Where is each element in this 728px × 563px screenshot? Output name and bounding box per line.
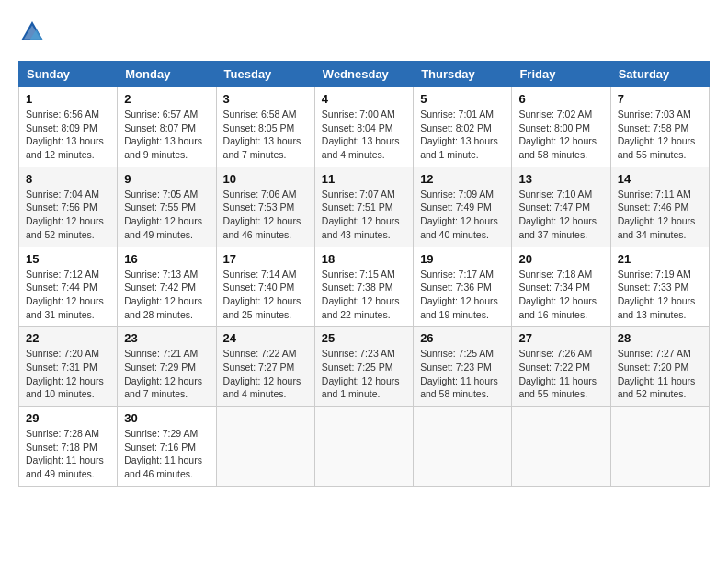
- day-info: Sunrise: 7:01 AM Sunset: 8:02 PM Dayligh…: [420, 108, 505, 162]
- empty-cell: [216, 407, 314, 487]
- day-info: Sunrise: 7:11 AM Sunset: 7:46 PM Dayligh…: [618, 188, 702, 242]
- day-number: 26: [420, 331, 505, 345]
- calendar-day-cell: 1Sunrise: 6:56 AM Sunset: 8:09 PM Daylig…: [19, 87, 118, 167]
- day-number: 21: [618, 252, 702, 266]
- col-header-saturday: Saturday: [610, 62, 709, 87]
- day-number: 13: [518, 172, 603, 186]
- empty-cell: [414, 407, 512, 487]
- day-info: Sunrise: 7:23 AM Sunset: 7:25 PM Dayligh…: [322, 347, 406, 401]
- day-number: 11: [322, 172, 406, 186]
- calendar-week-row: 8Sunrise: 7:04 AM Sunset: 7:56 PM Daylig…: [19, 167, 710, 247]
- calendar-day-cell: 16Sunrise: 7:13 AM Sunset: 7:42 PM Dayli…: [118, 247, 216, 327]
- empty-cell: [610, 407, 709, 487]
- calendar-week-row: 1Sunrise: 6:56 AM Sunset: 8:09 PM Daylig…: [19, 87, 710, 167]
- calendar-day-cell: 27Sunrise: 7:26 AM Sunset: 7:22 PM Dayli…: [512, 327, 610, 407]
- calendar-week-row: 15Sunrise: 7:12 AM Sunset: 7:44 PM Dayli…: [19, 247, 710, 327]
- day-info: Sunrise: 6:57 AM Sunset: 8:07 PM Dayligh…: [124, 108, 209, 162]
- calendar-day-cell: 6Sunrise: 7:02 AM Sunset: 8:00 PM Daylig…: [512, 87, 610, 167]
- calendar-day-cell: 21Sunrise: 7:19 AM Sunset: 7:33 PM Dayli…: [610, 247, 709, 327]
- calendar-day-cell: 26Sunrise: 7:25 AM Sunset: 7:23 PM Dayli…: [414, 327, 512, 407]
- calendar-day-cell: 17Sunrise: 7:14 AM Sunset: 7:40 PM Dayli…: [216, 247, 314, 327]
- day-number: 3: [223, 92, 308, 106]
- day-info: Sunrise: 7:10 AM Sunset: 7:47 PM Dayligh…: [518, 188, 603, 242]
- empty-cell: [314, 407, 413, 487]
- calendar-day-cell: 22Sunrise: 7:20 AM Sunset: 7:31 PM Dayli…: [19, 327, 118, 407]
- day-info: Sunrise: 7:21 AM Sunset: 7:29 PM Dayligh…: [124, 347, 209, 401]
- calendar-day-cell: 9Sunrise: 7:05 AM Sunset: 7:55 PM Daylig…: [118, 167, 216, 247]
- day-info: Sunrise: 7:07 AM Sunset: 7:51 PM Dayligh…: [322, 188, 406, 242]
- day-info: Sunrise: 7:28 AM Sunset: 7:18 PM Dayligh…: [26, 427, 110, 481]
- day-number: 5: [420, 92, 505, 106]
- calendar-day-cell: 7Sunrise: 7:03 AM Sunset: 7:58 PM Daylig…: [610, 87, 709, 167]
- logo: [18, 18, 51, 46]
- day-info: Sunrise: 7:17 AM Sunset: 7:36 PM Dayligh…: [420, 268, 505, 322]
- calendar-day-cell: 10Sunrise: 7:06 AM Sunset: 7:53 PM Dayli…: [216, 167, 314, 247]
- day-info: Sunrise: 7:05 AM Sunset: 7:55 PM Dayligh…: [124, 188, 209, 242]
- day-number: 14: [618, 172, 702, 186]
- calendar-day-cell: 8Sunrise: 7:04 AM Sunset: 7:56 PM Daylig…: [19, 167, 118, 247]
- calendar-week-row: 29Sunrise: 7:28 AM Sunset: 7:18 PM Dayli…: [19, 407, 710, 487]
- day-number: 23: [124, 331, 209, 345]
- calendar-day-cell: 11Sunrise: 7:07 AM Sunset: 7:51 PM Dayli…: [314, 167, 413, 247]
- calendar-day-cell: 29Sunrise: 7:28 AM Sunset: 7:18 PM Dayli…: [19, 407, 118, 487]
- day-info: Sunrise: 7:27 AM Sunset: 7:20 PM Dayligh…: [618, 347, 702, 401]
- day-info: Sunrise: 7:00 AM Sunset: 8:04 PM Dayligh…: [322, 108, 406, 162]
- day-number: 10: [223, 172, 308, 186]
- day-number: 28: [618, 331, 702, 345]
- day-info: Sunrise: 7:14 AM Sunset: 7:40 PM Dayligh…: [223, 268, 308, 322]
- logo-icon: [18, 18, 46, 46]
- calendar-day-cell: 12Sunrise: 7:09 AM Sunset: 7:49 PM Dayli…: [414, 167, 512, 247]
- calendar-table: SundayMondayTuesdayWednesdayThursdayFrid…: [18, 61, 710, 487]
- calendar-day-cell: 19Sunrise: 7:17 AM Sunset: 7:36 PM Dayli…: [414, 247, 512, 327]
- day-number: 20: [518, 252, 603, 266]
- col-header-thursday: Thursday: [414, 62, 512, 87]
- day-number: 27: [518, 331, 603, 345]
- calendar-header-row: SundayMondayTuesdayWednesdayThursdayFrid…: [19, 62, 710, 87]
- col-header-monday: Monday: [118, 62, 216, 87]
- day-number: 17: [223, 252, 308, 266]
- day-number: 8: [26, 172, 110, 186]
- calendar-day-cell: 13Sunrise: 7:10 AM Sunset: 7:47 PM Dayli…: [512, 167, 610, 247]
- day-info: Sunrise: 7:22 AM Sunset: 7:27 PM Dayligh…: [223, 347, 308, 401]
- day-number: 12: [420, 172, 505, 186]
- day-info: Sunrise: 7:29 AM Sunset: 7:16 PM Dayligh…: [124, 427, 209, 481]
- day-info: Sunrise: 7:26 AM Sunset: 7:22 PM Dayligh…: [518, 347, 603, 401]
- day-number: 2: [124, 92, 209, 106]
- calendar-day-cell: 30Sunrise: 7:29 AM Sunset: 7:16 PM Dayli…: [118, 407, 216, 487]
- day-info: Sunrise: 6:56 AM Sunset: 8:09 PM Dayligh…: [26, 108, 110, 162]
- calendar-day-cell: 23Sunrise: 7:21 AM Sunset: 7:29 PM Dayli…: [118, 327, 216, 407]
- calendar-day-cell: 15Sunrise: 7:12 AM Sunset: 7:44 PM Dayli…: [19, 247, 118, 327]
- calendar-day-cell: 25Sunrise: 7:23 AM Sunset: 7:25 PM Dayli…: [314, 327, 413, 407]
- calendar-day-cell: 4Sunrise: 7:00 AM Sunset: 8:04 PM Daylig…: [314, 87, 413, 167]
- day-number: 18: [322, 252, 406, 266]
- day-number: 19: [420, 252, 505, 266]
- col-header-tuesday: Tuesday: [216, 62, 314, 87]
- day-info: Sunrise: 7:04 AM Sunset: 7:56 PM Dayligh…: [26, 188, 110, 242]
- day-info: Sunrise: 7:02 AM Sunset: 8:00 PM Dayligh…: [518, 108, 603, 162]
- day-number: 30: [124, 411, 209, 425]
- day-number: 24: [223, 331, 308, 345]
- calendar-day-cell: 28Sunrise: 7:27 AM Sunset: 7:20 PM Dayli…: [610, 327, 709, 407]
- day-number: 15: [26, 252, 110, 266]
- day-number: 25: [322, 331, 406, 345]
- day-number: 1: [26, 92, 110, 106]
- day-info: Sunrise: 7:18 AM Sunset: 7:34 PM Dayligh…: [518, 268, 603, 322]
- day-number: 22: [26, 331, 110, 345]
- day-number: 29: [26, 411, 110, 425]
- day-info: Sunrise: 7:06 AM Sunset: 7:53 PM Dayligh…: [223, 188, 308, 242]
- calendar-day-cell: 5Sunrise: 7:01 AM Sunset: 8:02 PM Daylig…: [414, 87, 512, 167]
- calendar-week-row: 22Sunrise: 7:20 AM Sunset: 7:31 PM Dayli…: [19, 327, 710, 407]
- page-header: [18, 18, 710, 46]
- day-info: Sunrise: 7:12 AM Sunset: 7:44 PM Dayligh…: [26, 268, 110, 322]
- day-info: Sunrise: 7:13 AM Sunset: 7:42 PM Dayligh…: [124, 268, 209, 322]
- empty-cell: [512, 407, 610, 487]
- day-info: Sunrise: 7:09 AM Sunset: 7:49 PM Dayligh…: [420, 188, 505, 242]
- day-info: Sunrise: 7:03 AM Sunset: 7:58 PM Dayligh…: [618, 108, 702, 162]
- day-number: 9: [124, 172, 209, 186]
- day-info: Sunrise: 7:19 AM Sunset: 7:33 PM Dayligh…: [618, 268, 702, 322]
- calendar-day-cell: 20Sunrise: 7:18 AM Sunset: 7:34 PM Dayli…: [512, 247, 610, 327]
- col-header-wednesday: Wednesday: [314, 62, 413, 87]
- day-info: Sunrise: 7:20 AM Sunset: 7:31 PM Dayligh…: [26, 347, 110, 401]
- calendar-day-cell: 24Sunrise: 7:22 AM Sunset: 7:27 PM Dayli…: [216, 327, 314, 407]
- calendar-day-cell: 14Sunrise: 7:11 AM Sunset: 7:46 PM Dayli…: [610, 167, 709, 247]
